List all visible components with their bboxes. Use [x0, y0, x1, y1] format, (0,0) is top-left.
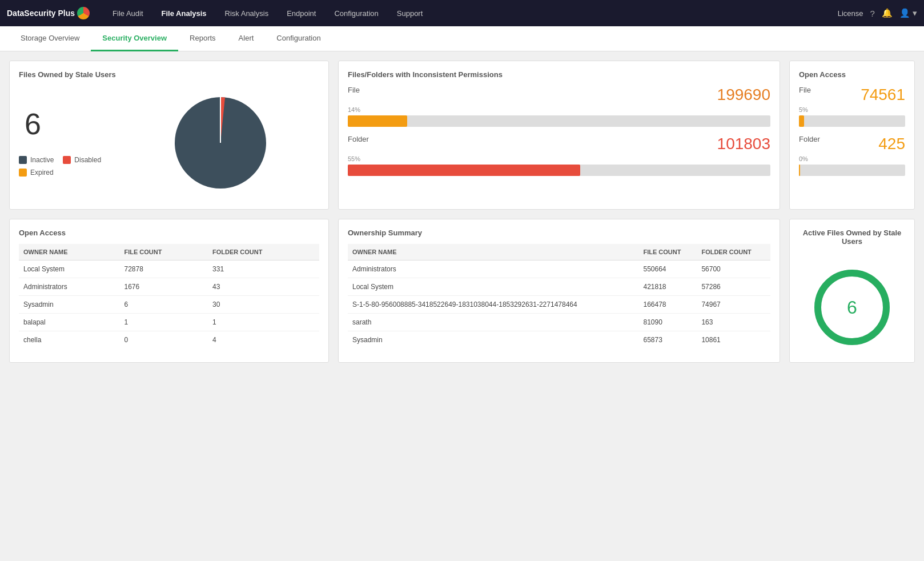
- main-content: Files Owned by Stale Users 6 Inactive D: [0, 51, 924, 381]
- inconsistent-title: Files/Folders with Inconsistent Permissi…: [348, 70, 770, 79]
- list-item: 10861: [697, 331, 770, 349]
- table-row: Administrators55066456700: [348, 261, 770, 278]
- file-metric-row: File 199690: [348, 86, 770, 104]
- active-files-count: 6: [847, 297, 857, 318]
- file-value: 199690: [717, 86, 770, 104]
- folder-value: 101803: [717, 135, 770, 153]
- legend-expired: Expired: [19, 169, 54, 177]
- nav-file-audit[interactable]: File Audit: [103, 0, 152, 26]
- expired-dot: [19, 169, 27, 177]
- ownership-col-owner: OWNER NAME: [348, 244, 638, 261]
- expired-label: Expired: [30, 169, 54, 177]
- nav-risk-analysis[interactable]: Risk Analysis: [216, 0, 278, 26]
- pie-chart-container: [122, 86, 319, 200]
- tab-configuration[interactable]: Configuration: [265, 26, 332, 51]
- top-row: Files Owned by Stale Users 6 Inactive D: [9, 61, 915, 210]
- list-item: S-1-5-80-956008885-3418522649-1831038044…: [348, 296, 638, 314]
- tab-security-overview[interactable]: Security Overview: [91, 26, 178, 51]
- legend-row-2: Expired: [19, 169, 101, 177]
- folder-bar-fill: [348, 165, 580, 176]
- logo-text: DataSecurity Plus: [7, 9, 75, 18]
- inconsistent-permissions-card: Files/Folders with Inconsistent Permissi…: [338, 61, 780, 210]
- tab-alert[interactable]: Alert: [227, 26, 266, 51]
- license-link[interactable]: License: [838, 9, 863, 18]
- folder-metric: Folder 101803 55%: [348, 135, 770, 176]
- oa-file-metric: File 74561 5%: [799, 86, 905, 127]
- nav-support[interactable]: Support: [388, 0, 432, 26]
- tab-reports[interactable]: Reports: [178, 26, 227, 51]
- active-files-donut: 6: [806, 262, 898, 353]
- list-item: 166478: [638, 296, 697, 314]
- legend-inactive: Inactive: [19, 156, 54, 164]
- file-bar-bg: [348, 115, 770, 127]
- list-item: 30: [208, 296, 319, 314]
- list-item: chella: [19, 331, 119, 349]
- tab-storage-overview[interactable]: Storage Overview: [9, 26, 91, 51]
- active-files-title: Active Files Owned by Stale Users: [799, 229, 905, 246]
- app-logo[interactable]: DataSecurity Plus: [7, 7, 90, 19]
- list-item: 1676: [119, 278, 208, 296]
- folder-label: Folder: [348, 135, 369, 143]
- top-navigation: DataSecurity Plus File Audit File Analys…: [0, 0, 924, 26]
- inactive-label: Inactive: [30, 156, 54, 164]
- oa-file-bar-fill: [799, 115, 804, 127]
- list-item: 57286: [697, 278, 770, 296]
- table-row: balapal11: [19, 314, 319, 331]
- oa-folder-value: 425: [878, 135, 905, 153]
- oa-file-pct: 5%: [799, 106, 905, 113]
- list-item: 1: [208, 314, 319, 331]
- list-item: 163: [697, 314, 770, 331]
- file-metric: File 199690 14%: [348, 86, 770, 127]
- top-nav-right: License ? 🔔 👤 ▾: [838, 8, 917, 18]
- list-item: Local System: [19, 261, 119, 278]
- table-row: sarath81090163: [348, 314, 770, 331]
- list-item: Administrators: [19, 278, 119, 296]
- open-access-table: OWNER NAME FILE COUNT FOLDER COUNT Local…: [19, 244, 319, 348]
- open-access-table-header: OWNER NAME FILE COUNT FOLDER COUNT: [19, 244, 319, 261]
- list-item: balapal: [19, 314, 119, 331]
- nav-endpoint[interactable]: Endpoint: [278, 0, 325, 26]
- list-item: 0: [119, 331, 208, 349]
- help-icon[interactable]: ?: [870, 9, 874, 18]
- oa-folder-metric: Folder 425 0%: [799, 135, 905, 176]
- list-item: 1: [119, 314, 208, 331]
- notification-bell-icon[interactable]: 🔔: [882, 8, 893, 18]
- list-item: 6: [119, 296, 208, 314]
- table-row: chella04: [19, 331, 319, 349]
- file-label: File: [348, 86, 360, 94]
- bottom-row: Open Access OWNER NAME FILE COUNT FOLDER…: [9, 219, 915, 363]
- ownership-table: OWNER NAME FILE COUNT FOLDER COUNT Admin…: [348, 244, 770, 348]
- stale-users-inner: 6 Inactive Disabled: [19, 86, 319, 200]
- folder-pct: 55%: [348, 155, 770, 162]
- list-item: 81090: [638, 314, 697, 331]
- nav-configuration[interactable]: Configuration: [325, 0, 387, 26]
- user-account-icon[interactable]: 👤 ▾: [899, 8, 917, 18]
- logo-circle: [77, 7, 90, 19]
- list-item: Local System: [348, 278, 638, 296]
- stale-users-title: Files Owned by Stale Users: [19, 70, 319, 79]
- table-row: S-1-5-80-956008885-3418522649-1831038044…: [348, 296, 770, 314]
- table-row: Local System72878331: [19, 261, 319, 278]
- open-access-small-card: Open Access File 74561 5% Folder 425 0%: [789, 61, 915, 210]
- stale-users-pie-chart: [163, 86, 278, 200]
- list-item: 65873: [638, 331, 697, 349]
- oa-folder-bar-fill: [799, 165, 800, 176]
- ownership-col-files: FILE COUNT: [638, 244, 697, 261]
- stale-users-legend: Inactive Disabled Expired: [19, 156, 101, 177]
- list-item: Sysadmin: [19, 296, 119, 314]
- oa-folder-label: Folder: [799, 135, 820, 143]
- oa-folder-bar-bg: [799, 165, 905, 176]
- stale-users-count: 6: [25, 109, 41, 139]
- oa-file-label: File: [799, 86, 811, 94]
- list-item: 550664: [638, 261, 697, 278]
- folder-bar-bg: [348, 165, 770, 176]
- list-item: 74967: [697, 296, 770, 314]
- col-folder-count: FOLDER COUNT: [208, 244, 319, 261]
- list-item: 43: [208, 278, 319, 296]
- open-access-table-card: Open Access OWNER NAME FILE COUNT FOLDER…: [9, 219, 329, 363]
- active-files-card: Active Files Owned by Stale Users 6: [789, 219, 915, 363]
- list-item: 4: [208, 331, 319, 349]
- nav-file-analysis[interactable]: File Analysis: [152, 0, 216, 26]
- disabled-label: Disabled: [74, 156, 101, 164]
- table-row: Local System42181857286: [348, 278, 770, 296]
